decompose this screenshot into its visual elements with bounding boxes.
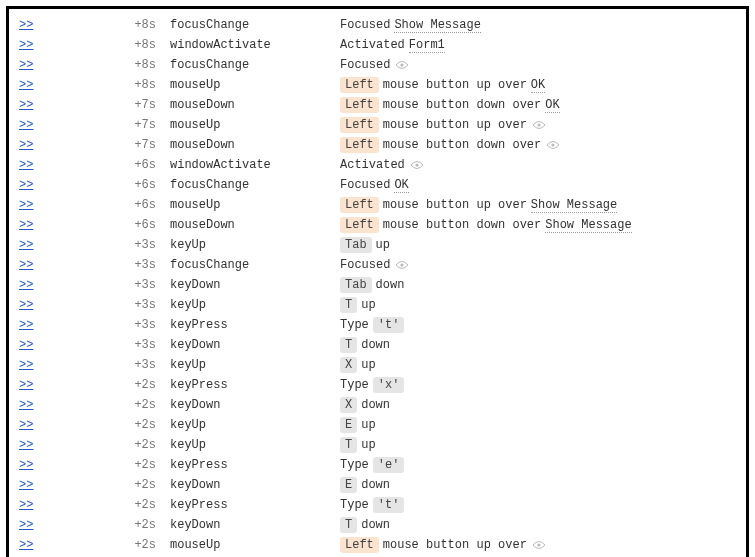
expand-cell: >>	[13, 38, 35, 52]
expand-cell: >>	[13, 438, 35, 452]
log-row: >>+2skeyDownE down	[13, 475, 742, 495]
event-cell: focusChange	[170, 178, 340, 192]
expand-link[interactable]: >>	[19, 358, 33, 372]
expand-cell: >>	[13, 118, 35, 132]
mouse-button-tag: Left	[340, 137, 379, 153]
eye-icon	[546, 140, 560, 150]
log-row: >>+2skeyPressType 't'	[13, 495, 742, 515]
key-tag: E	[340, 417, 357, 433]
eye-icon	[395, 260, 409, 270]
expand-link[interactable]: >>	[19, 238, 33, 252]
expand-cell: >>	[13, 538, 35, 552]
expand-link[interactable]: >>	[19, 278, 33, 292]
expand-link[interactable]: >>	[19, 338, 33, 352]
desc-text: mouse button up over	[383, 538, 527, 552]
expand-cell: >>	[13, 338, 35, 352]
key-tag: Tab	[340, 237, 372, 253]
event-cell: keyDown	[170, 518, 340, 532]
expand-link[interactable]: >>	[19, 58, 33, 72]
expand-link[interactable]: >>	[19, 458, 33, 472]
desc-target: Form1	[409, 38, 445, 53]
expand-link[interactable]: >>	[19, 418, 33, 432]
desc-cell: Type 'x'	[340, 377, 742, 393]
log-row: >>+7smouseDownLeft mouse button down ove…	[13, 135, 742, 155]
expand-cell: >>	[13, 478, 35, 492]
expand-cell: >>	[13, 178, 35, 192]
log-table: >>+8sfocusChangeFocused Show Message>>+8…	[6, 6, 749, 557]
event-cell: keyUp	[170, 418, 340, 432]
expand-link[interactable]: >>	[19, 498, 33, 512]
desc-text: Focused	[340, 178, 390, 192]
desc-text: Activated	[340, 158, 405, 172]
desc-cell: Focused	[340, 258, 742, 272]
expand-link[interactable]: >>	[19, 198, 33, 212]
mouse-button-tag: Left	[340, 217, 379, 233]
expand-link[interactable]: >>	[19, 378, 33, 392]
expand-cell: >>	[13, 258, 35, 272]
expand-link[interactable]: >>	[19, 178, 33, 192]
eye-icon	[532, 120, 546, 130]
expand-link[interactable]: >>	[19, 318, 33, 332]
expand-cell: >>	[13, 358, 35, 372]
expand-link[interactable]: >>	[19, 138, 33, 152]
time-cell: +8s	[35, 58, 170, 72]
desc-text: down	[361, 518, 390, 532]
time-cell: +6s	[35, 218, 170, 232]
time-cell: +2s	[35, 378, 170, 392]
desc-cell: Activated Form1	[340, 38, 742, 53]
time-cell: +3s	[35, 238, 170, 252]
desc-text: mouse button down over	[383, 218, 541, 232]
time-cell: +2s	[35, 498, 170, 512]
expand-link[interactable]: >>	[19, 438, 33, 452]
char-tag: 't'	[373, 497, 405, 513]
expand-link[interactable]: >>	[19, 258, 33, 272]
desc-target: Show Message	[531, 198, 617, 213]
expand-link[interactable]: >>	[19, 98, 33, 112]
event-cell: mouseDown	[170, 98, 340, 112]
desc-cell: T down	[340, 517, 742, 533]
desc-target: OK	[545, 98, 559, 113]
time-cell: +8s	[35, 38, 170, 52]
expand-link[interactable]: >>	[19, 398, 33, 412]
expand-cell: >>	[13, 518, 35, 532]
desc-cell: Tab down	[340, 277, 742, 293]
desc-text: down	[361, 398, 390, 412]
expand-link[interactable]: >>	[19, 518, 33, 532]
event-cell: keyUp	[170, 238, 340, 252]
log-row: >>+6swindowActivateActivated	[13, 155, 742, 175]
expand-link[interactable]: >>	[19, 538, 33, 552]
expand-link[interactable]: >>	[19, 18, 33, 32]
log-row: >>+2skeyDownT down	[13, 515, 742, 535]
expand-cell: >>	[13, 158, 35, 172]
log-row: >>+3skeyDownT down	[13, 335, 742, 355]
time-cell: +3s	[35, 338, 170, 352]
key-tag: X	[340, 397, 357, 413]
mouse-button-tag: Left	[340, 97, 379, 113]
desc-text: mouse button up over	[383, 118, 527, 132]
desc-cell: Left mouse button up over	[340, 117, 742, 133]
expand-link[interactable]: >>	[19, 38, 33, 52]
expand-link[interactable]: >>	[19, 218, 33, 232]
desc-target: Show Message	[545, 218, 631, 233]
log-row: >>+6smouseUpLeft mouse button up over Sh…	[13, 195, 742, 215]
time-cell: +2s	[35, 398, 170, 412]
desc-cell: Type 't'	[340, 497, 742, 513]
expand-cell: >>	[13, 78, 35, 92]
log-row: >>+6smouseDownLeft mouse button down ove…	[13, 215, 742, 235]
key-tag: T	[340, 437, 357, 453]
expand-cell: >>	[13, 318, 35, 332]
desc-cell: T down	[340, 337, 742, 353]
expand-link[interactable]: >>	[19, 298, 33, 312]
svg-point-0	[401, 63, 404, 66]
expand-link[interactable]: >>	[19, 78, 33, 92]
expand-link[interactable]: >>	[19, 478, 33, 492]
event-cell: keyPress	[170, 318, 340, 332]
expand-link[interactable]: >>	[19, 158, 33, 172]
expand-link[interactable]: >>	[19, 118, 33, 132]
mouse-button-tag: Left	[340, 197, 379, 213]
log-row: >>+2skeyDownX down	[13, 395, 742, 415]
desc-text: Focused	[340, 18, 390, 32]
desc-text: Activated	[340, 38, 405, 52]
log-row: >>+8smouseUpLeft mouse button up over OK	[13, 75, 742, 95]
log-row: >>+2skeyUpT up	[13, 435, 742, 455]
